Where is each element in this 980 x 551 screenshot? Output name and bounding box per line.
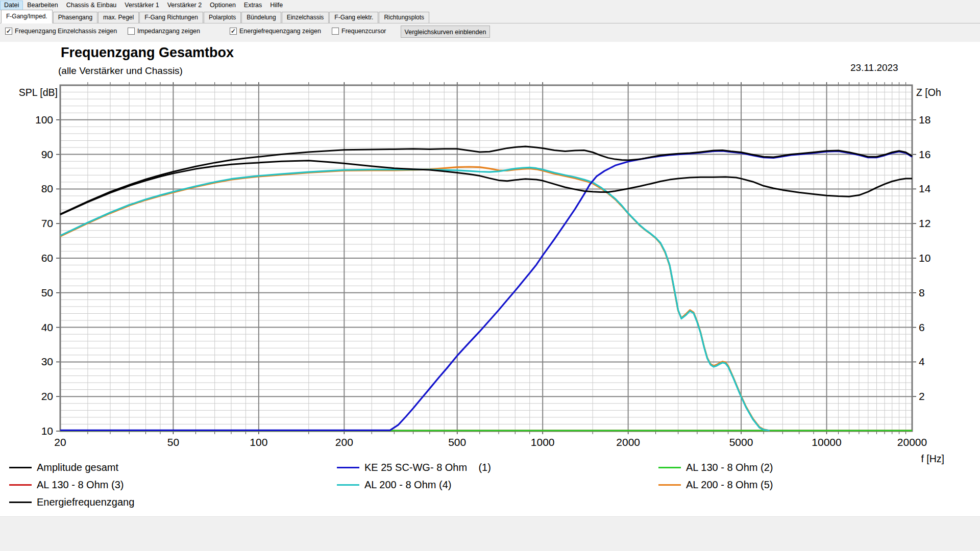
tab-polarplots[interactable]: Polarplots xyxy=(204,12,241,23)
svg-text:100: 100 xyxy=(250,436,267,448)
svg-text:20: 20 xyxy=(54,436,66,448)
checkbox-icon[interactable]: ✓ xyxy=(230,28,237,35)
window-footer xyxy=(0,516,980,551)
svg-text:2: 2 xyxy=(919,390,925,402)
legend-line-swatch xyxy=(337,484,359,486)
legend-item-ke25: KE 25 SC-WG- 8 Ohm (1) xyxy=(337,461,491,473)
svg-text:10: 10 xyxy=(919,252,930,264)
svg-text:200: 200 xyxy=(335,436,353,448)
vergleichskurven-button[interactable]: Vergleichskurven einblenden xyxy=(401,26,490,38)
svg-text:40: 40 xyxy=(41,321,53,333)
svg-text:6: 6 xyxy=(919,321,925,333)
tab-fgang-elektr[interactable]: F-Gang elektr. xyxy=(329,12,378,23)
curve-al-200-8-ohm-5- xyxy=(60,167,770,431)
legend-item-amplitude-gesamt: Amplitude gesamt xyxy=(9,461,118,473)
menu-item-optionen[interactable]: Optionen xyxy=(206,1,240,10)
checkbox-frequenzgang-einzelchassis[interactable]: ✓ Frequenzgang Einzelchassis zeigen xyxy=(5,28,117,35)
menu-item-bearbeiten[interactable]: Bearbeiten xyxy=(23,1,62,10)
svg-text:20000: 20000 xyxy=(897,436,927,448)
frequency-axis-label: f [Hz] xyxy=(897,453,944,465)
svg-text:80: 80 xyxy=(41,183,53,194)
tab-buendelung[interactable]: Bündelung xyxy=(241,12,281,23)
tab-richtungsplots[interactable]: Richtungsplots xyxy=(379,12,429,23)
svg-text:16: 16 xyxy=(919,148,930,160)
legend-line-swatch xyxy=(9,467,32,468)
checkbox-label: Frequenzgang Einzelchassis zeigen xyxy=(15,28,117,35)
menu-item-verstaerker-2[interactable]: Verstärker 2 xyxy=(163,1,206,10)
tab-einzelchassis[interactable]: Einzelchassis xyxy=(282,12,329,23)
svg-text:70: 70 xyxy=(41,217,53,229)
chart-date: 23.11.2023 xyxy=(850,62,898,73)
svg-text:100: 100 xyxy=(35,114,53,126)
menu-item-verstaerker-1[interactable]: Verstärker 1 xyxy=(120,1,163,10)
tab-fgang-richtungen[interactable]: F-Gang Richtungen xyxy=(139,12,203,23)
svg-text:2000: 2000 xyxy=(616,436,640,448)
svg-text:30: 30 xyxy=(41,356,53,367)
checkbox-impedanzgang[interactable]: Impedanzgang zeigen xyxy=(128,28,200,35)
checkbox-frequenzcursor[interactable]: Frequenzcursor xyxy=(332,28,386,35)
legend-line-swatch xyxy=(658,484,681,486)
chart-panel: Frequenzgang Gesamtbox (alle Verstärker … xyxy=(0,42,980,516)
menu-item-extras[interactable]: Extras xyxy=(240,1,266,10)
legend-item-energiefrequenzgang: Energiefrequenzgang xyxy=(9,496,134,508)
menu-item-datei[interactable]: Datei xyxy=(0,1,23,10)
tab-phasengang[interactable]: Phasengang xyxy=(53,12,97,23)
chart-title: Frequenzgang Gesamtbox xyxy=(61,45,234,61)
chart-subtitle: (alle Verstärker und Chassis) xyxy=(58,65,183,77)
checkbox-icon[interactable] xyxy=(332,28,339,35)
legend-line-swatch xyxy=(337,467,359,468)
svg-text:50: 50 xyxy=(41,287,53,298)
legend-item-al130-2: AL 130 - 8 Ohm (2) xyxy=(658,461,773,473)
menu-item-hilfe[interactable]: Hilfe xyxy=(266,1,287,10)
legend-item-al200-4: AL 200 - 8 Ohm (4) xyxy=(337,479,451,491)
checkbox-icon[interactable]: ✓ xyxy=(5,28,12,35)
curve-ke-25-sc-wg-8-ohm-1- xyxy=(60,151,912,431)
svg-text:50: 50 xyxy=(167,436,179,448)
svg-text:500: 500 xyxy=(448,436,466,448)
svg-text:60: 60 xyxy=(41,252,53,264)
legend-line-swatch xyxy=(9,484,32,486)
menu-bar: Datei Bearbeiten Chassis & Einbau Verstä… xyxy=(0,0,980,10)
svg-text:14: 14 xyxy=(919,183,931,194)
legend-item-al200-5: AL 200 - 8 Ohm (5) xyxy=(658,479,773,491)
menu-item-chassis-einbau[interactable]: Chassis & Einbau xyxy=(62,1,121,10)
curve-al-200-8-ohm-4- xyxy=(60,167,770,431)
svg-text:12: 12 xyxy=(919,217,930,229)
legend-line-swatch xyxy=(658,467,681,468)
svg-text:1000: 1000 xyxy=(531,436,555,448)
checkbox-icon[interactable] xyxy=(128,28,135,35)
frequency-response-chart: 1009080706050403020101816141210864220501… xyxy=(20,82,934,451)
tab-bar: F-Gang/Imped. Phasengang max. Pegel F-Ga… xyxy=(0,10,980,23)
svg-text:4: 4 xyxy=(919,356,925,367)
checkbox-label: Frequenzcursor xyxy=(341,28,386,35)
app-window: { "menu": { "items": [ {"label": "Datei"… xyxy=(0,0,980,551)
svg-text:20: 20 xyxy=(41,390,53,402)
svg-text:90: 90 xyxy=(41,148,53,160)
legend-item-al130-3: AL 130 - 8 Ohm (3) xyxy=(9,479,124,491)
toolbar: ✓ Frequenzgang Einzelchassis zeigen Impe… xyxy=(0,23,980,42)
svg-text:10000: 10000 xyxy=(812,436,841,448)
svg-text:18: 18 xyxy=(919,114,930,126)
svg-text:8: 8 xyxy=(919,287,925,298)
checkbox-label: Energiefrequenzgang zeigen xyxy=(239,28,321,35)
tab-max-pegel[interactable]: max. Pegel xyxy=(98,12,139,23)
svg-text:10: 10 xyxy=(41,425,53,437)
checkbox-energiefrequenzgang[interactable]: ✓ Energiefrequenzgang zeigen xyxy=(230,28,321,35)
legend-line-swatch xyxy=(9,502,32,503)
checkbox-label: Impedanzgang zeigen xyxy=(137,28,200,35)
tab-fgang-imped[interactable]: F-Gang/Imped. xyxy=(1,10,53,23)
svg-text:5000: 5000 xyxy=(729,436,753,448)
